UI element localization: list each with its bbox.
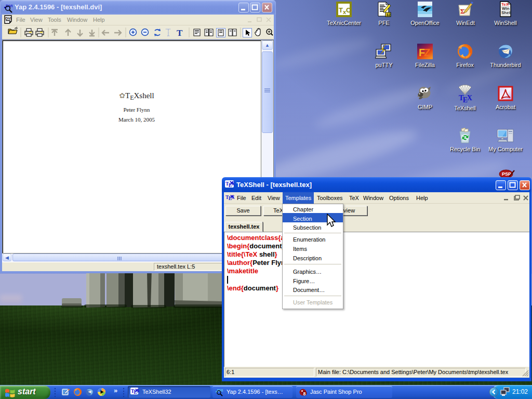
svg-text:DVI: DVI xyxy=(5,17,11,20)
svg-text:TEX: TEX xyxy=(459,94,472,103)
svg-text:Σ: Σ xyxy=(460,7,465,15)
svg-text:32: 32 xyxy=(387,13,391,17)
svg-text:8: 8 xyxy=(303,391,306,396)
svg-text:T: T xyxy=(177,28,183,38)
svg-text:Z: Z xyxy=(424,47,430,58)
